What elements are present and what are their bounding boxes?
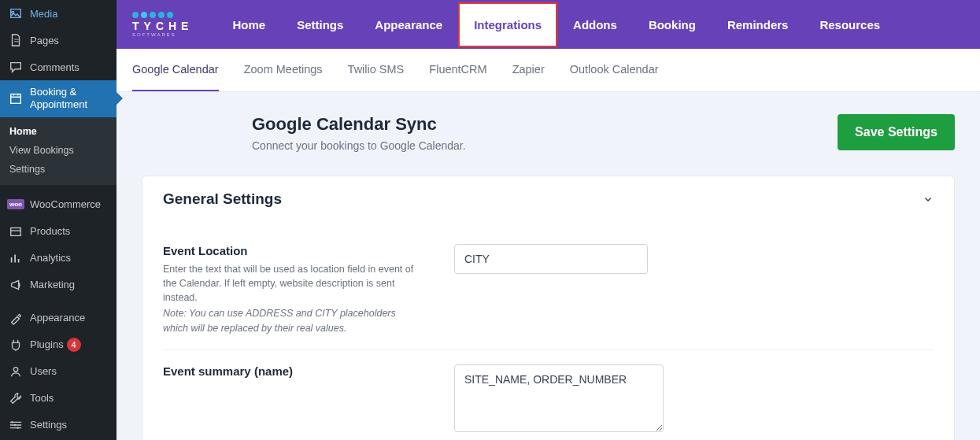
tab-twilio-sms[interactable]: Twilio SMS [348,49,405,91]
sidebar-item-comments[interactable]: Comments [0,54,116,80]
sidebar-item-label: Users [30,365,57,377]
sidebar-item-pages[interactable]: Pages [0,27,116,54]
sidebar-item-analytics[interactable]: Analytics [0,245,116,272]
sidebar-item-booking-appointment[interactable]: Booking & Appointment [0,80,116,117]
svg-point-3 [11,421,13,423]
wp-admin-sidebar: Media Pages Comments Booking & Appointme… [0,0,116,440]
event-location-label: Event Location [163,244,423,257]
sidebar-item-label: Comments [30,61,80,73]
plugin-update-badge: 4 [67,338,81,352]
nav-booking[interactable]: Booking [633,2,712,47]
sidebar-sub-view-bookings[interactable]: View Bookings [0,141,116,160]
sidebar-item-settings[interactable]: Settings [0,412,116,438]
sidebar-item-label: Analytics [30,252,71,264]
products-icon [8,224,24,239]
page-title: Google Calendar Sync [252,114,466,135]
comment-icon [8,59,24,75]
svg-point-5 [17,427,19,429]
tab-zoom-meetings[interactable]: Zoom Meetings [244,49,323,91]
nav-reminders[interactable]: Reminders [712,2,804,47]
svg-rect-1 [11,227,21,235]
panel-title: General Settings [163,190,282,208]
sidebar-item-users[interactable]: Users [0,358,116,385]
chevron-down-icon [923,194,934,205]
sidebar-item-label: Pages [30,35,59,46]
save-settings-button[interactable]: Save Settings [838,114,955,150]
sidebar-item-label: Appearance [30,312,85,324]
page-icon [8,32,24,48]
sidebar-item-appearance[interactable]: Appearance [0,305,116,331]
sidebar-item-media[interactable]: Media [0,0,116,27]
tools-icon [8,390,24,406]
sidebar-item-label: Booking & Appointment [30,86,109,112]
marketing-icon [8,277,24,293]
nav-addons[interactable]: Addons [557,2,633,47]
nav-home[interactable]: Home [216,2,281,47]
sidebar-item-label: Settings [30,419,67,431]
top-nav-bar: TYCHE SOFTWARES Home Settings Appearance… [116,0,980,49]
main-nav: Home Settings Appearance Integrations Ad… [216,2,896,47]
analytics-icon [8,250,24,266]
event-location-input[interactable] [454,244,648,274]
sidebar-sub-settings[interactable]: Settings [0,160,116,179]
page-description: Connect your bookings to Google Calendar… [252,139,466,152]
event-location-note: Note: You can use ADDRESS and CITY place… [163,306,423,335]
sidebar-sub-home[interactable]: Home [0,122,116,141]
sidebar-item-marketing[interactable]: Marketing [0,272,116,298]
svg-point-2 [13,367,17,371]
sidebar-item-label: Media [30,8,57,20]
tyche-logo: TYCHE SOFTWARES [132,12,193,37]
svg-rect-0 [11,94,21,104]
sidebar-submenu: Home View Bookings Settings [0,117,116,185]
tab-google-calendar[interactable]: Google Calendar [132,49,219,91]
general-settings-panel: General Settings Event Location Enter th… [142,176,955,440]
media-icon [8,6,24,21]
sidebar-item-products[interactable]: Products [0,218,116,245]
integration-subtabs: Google Calendar Zoom Meetings Twilio SMS… [116,49,980,92]
settings-icon [8,417,24,433]
event-summary-label: Event summary (name) [163,364,423,378]
nav-resources[interactable]: Resources [804,2,896,47]
tab-zapier[interactable]: Zapier [512,49,545,91]
content-area: Google Calendar Sync Connect your bookin… [116,92,980,440]
sidebar-item-label: Marketing [30,279,75,290]
panel-header-toggle[interactable]: General Settings [142,176,954,222]
main-area: TYCHE SOFTWARES Home Settings Appearance… [116,0,980,440]
calendar-icon [8,91,24,106]
sidebar-item-woocommerce[interactable]: woo WooCommerce [0,191,116,218]
nav-appearance[interactable]: Appearance [359,2,458,47]
event-summary-textarea[interactable] [454,364,664,432]
users-icon [8,364,24,379]
sidebar-item-label: WooCommerce [30,198,101,210]
nav-integrations[interactable]: Integrations [458,2,557,47]
sidebar-item-plugins[interactable]: Plugins 4 [0,331,116,358]
svg-point-4 [14,423,17,426]
nav-settings[interactable]: Settings [281,2,359,47]
tab-outlook-calendar[interactable]: Outlook Calendar [570,49,659,91]
tab-fluentcrm[interactable]: FluentCRM [429,49,486,91]
sidebar-item-label: Products [30,225,70,237]
sidebar-item-tools[interactable]: Tools [0,385,116,412]
sidebar-item-label: Plugins [30,338,64,350]
sidebar-item-label: Tools [30,392,54,404]
plugins-icon [8,337,24,353]
woo-icon: woo [8,197,24,213]
appearance-icon [8,310,24,326]
event-location-help: Enter the text that will be used as loca… [163,262,423,305]
